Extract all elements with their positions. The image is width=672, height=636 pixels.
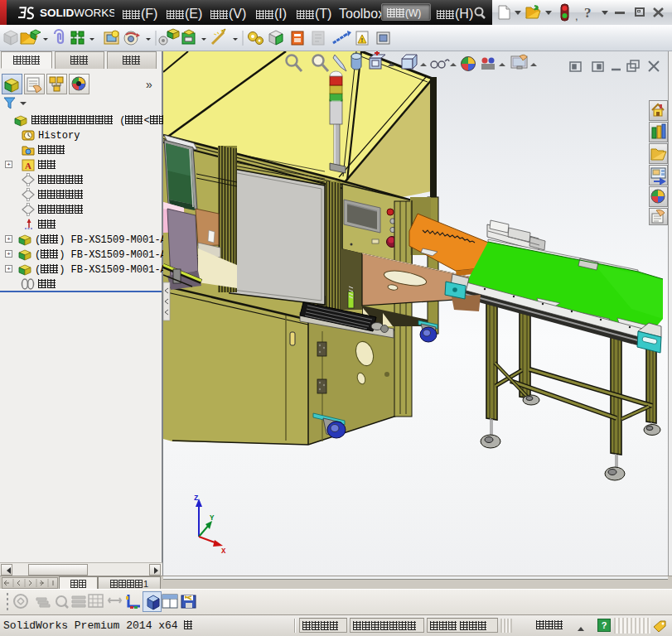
svg-text:X: X [221,547,226,556]
svg-text:A: A [25,161,31,171]
svg-text:Z: Z [194,494,198,503]
svg-text:!: ! [361,36,364,44]
svg-text:Y: Y [210,514,215,523]
svg-text:SOLIDWORKS: SOLIDWORKS [40,7,114,19]
